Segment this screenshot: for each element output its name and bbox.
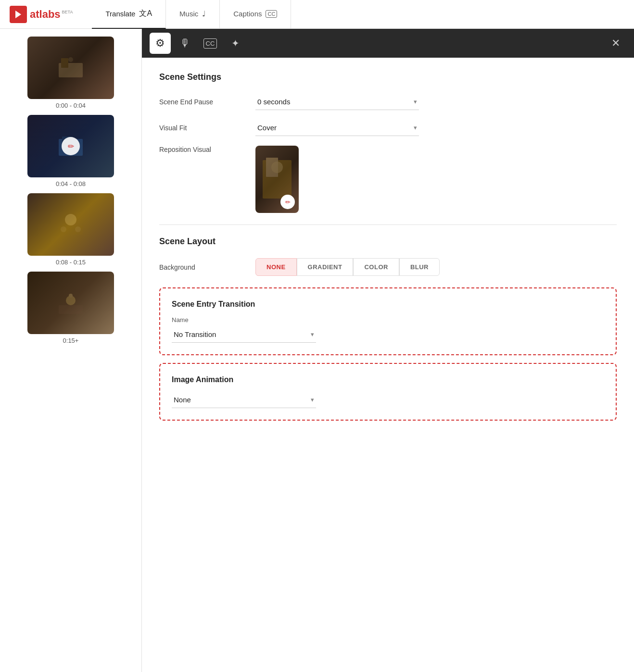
scene-time-1: 0:00 - 0:04 <box>56 102 86 109</box>
reposition-visual-row: Reposition Visual ✏ <box>159 146 617 213</box>
svg-point-12 <box>69 294 73 298</box>
scene-entry-transition-title: Scene Entry Transition <box>172 300 604 309</box>
scene-time-3: 0:08 - 0:15 <box>56 259 86 266</box>
bg-tab-none[interactable]: NONE <box>255 258 297 276</box>
scene-thumb-bg-1 <box>27 37 114 99</box>
toolbar-cc-button[interactable]: CC <box>200 33 221 54</box>
scene-item-3[interactable]: 0:08 - 0:15 <box>6 193 136 266</box>
background-label: Background <box>159 263 255 271</box>
scene-settings-title: Scene Settings <box>159 72 617 82</box>
microphone-icon: 🎙 <box>180 37 190 50</box>
logo: atlabsBETA <box>10 6 73 23</box>
settings-gear-icon: ⚙ <box>155 37 165 50</box>
captions-icon: CC <box>266 10 277 18</box>
translate-label: Translate <box>105 10 135 18</box>
scene-item-4[interactable]: 0:15+ <box>6 272 136 344</box>
svg-point-3 <box>68 57 73 62</box>
scene-thumb-3 <box>27 193 114 256</box>
panel: ⚙ 🎙 CC ✦ ✕ Scene Settings Scene End Paus… <box>142 29 634 672</box>
background-tabs-control: NONE GRADIENT COLOR BLUR <box>255 258 617 276</box>
scene-thumb-2: ✏ <box>27 115 114 177</box>
tab-translate[interactable]: Translate 文A <box>92 0 166 29</box>
scene-end-pause-select[interactable]: 0 seconds ▾ <box>255 94 419 110</box>
image-animation-select[interactable]: None ▾ <box>172 392 316 408</box>
visual-fit-label: Visual Fit <box>159 124 255 132</box>
bg-tab-gradient[interactable]: GRADIENT <box>297 258 354 276</box>
logo-arrow-icon <box>13 10 23 19</box>
image-animation-box: Image Animation None ▾ <box>159 363 617 421</box>
scene-thumb-bg-4 <box>27 272 114 334</box>
translate-icon: 文A <box>139 9 152 19</box>
logo-icon <box>10 6 27 23</box>
sidebar: 0:00 - 0:04 ✏ 0:04 - 0:08 <box>0 29 142 672</box>
svg-point-9 <box>75 226 81 232</box>
scene-entry-transition-box: Scene Entry Transition Name No Transitio… <box>159 287 617 355</box>
bg-tab-color-label: COLOR <box>364 263 388 271</box>
scene-end-pause-value: 0 seconds <box>257 98 290 106</box>
pencil-icon: ✏ <box>68 142 74 151</box>
svg-point-8 <box>61 226 66 232</box>
toolbar-magic-button[interactable]: ✦ <box>225 33 246 54</box>
scene-time-2: 0:04 - 0:08 <box>56 180 86 187</box>
scene-end-pause-row: Scene End Pause 0 seconds ▾ <box>159 94 617 110</box>
scene-time-4: 0:15+ <box>63 337 79 344</box>
scene-end-pause-label: Scene End Pause <box>159 98 255 106</box>
image-animation-arrow-icon: ▾ <box>311 396 314 403</box>
transition-name-label: Name <box>172 316 604 324</box>
top-nav: atlabsBETA Translate 文A Music ♩ Captions… <box>0 0 634 29</box>
closed-caption-icon: CC <box>203 38 217 49</box>
visual-fit-row: Visual Fit Cover ▾ <box>159 120 617 136</box>
tab-nav: Translate 文A Music ♩ Captions CC <box>92 0 291 29</box>
scene-item[interactable]: 0:00 - 0:04 <box>6 37 136 109</box>
close-icon: ✕ <box>611 37 620 50</box>
panel-toolbar: ⚙ 🎙 CC ✦ ✕ <box>142 29 634 58</box>
logo-text: atlabsBETA <box>30 8 73 21</box>
bg-tab-blur[interactable]: BLUR <box>399 258 440 276</box>
image-animation-title: Image Animation <box>172 375 604 384</box>
svg-rect-2 <box>61 58 68 68</box>
scene-end-pause-arrow-icon: ▾ <box>414 98 417 105</box>
scene-thumb-1 <box>27 37 114 99</box>
transition-name-row: Name No Transition ▾ <box>172 316 604 343</box>
bg-tab-color[interactable]: COLOR <box>353 258 399 276</box>
visual-fit-value: Cover <box>257 124 277 132</box>
divider-1 <box>159 224 617 225</box>
visual-fit-arrow-icon: ▾ <box>414 124 417 131</box>
panel-content: Scene Settings Scene End Pause 0 seconds… <box>142 58 634 443</box>
svg-point-15 <box>271 162 283 173</box>
reposition-edit-icon: ✏ <box>280 195 295 209</box>
music-label: Music <box>179 10 198 18</box>
reposition-visual-label: Reposition Visual <box>159 146 255 153</box>
toolbar-mic-button[interactable]: 🎙 <box>175 33 196 54</box>
tab-music[interactable]: Music ♩ <box>166 0 220 29</box>
bg-tab-blur-label: BLUR <box>410 263 429 271</box>
scene-2-edit-button[interactable]: ✏ <box>62 137 80 155</box>
reposition-thumb[interactable]: ✏ <box>255 146 299 213</box>
bg-tab-gradient-label: GRADIENT <box>308 263 342 271</box>
svg-rect-11 <box>59 305 83 314</box>
transition-name-select[interactable]: No Transition ▾ <box>172 326 316 343</box>
background-row: Background NONE GRADIENT COLOR BL <box>159 258 617 276</box>
music-icon: ♩ <box>202 9 206 18</box>
transition-name-value: No Transition <box>174 330 216 338</box>
visual-fit-control: Cover ▾ <box>255 120 617 136</box>
reposition-visual-control: ✏ <box>255 146 617 213</box>
toolbar-close-button[interactable]: ✕ <box>605 33 626 54</box>
reposition-pencil-icon: ✏ <box>285 199 291 206</box>
scene-layout-title: Scene Layout <box>159 236 617 247</box>
background-tabs: NONE GRADIENT COLOR BLUR <box>255 258 617 276</box>
toolbar-settings-button[interactable]: ⚙ <box>150 33 171 54</box>
bg-tab-none-label: NONE <box>266 263 286 271</box>
image-animation-value: None <box>174 396 191 404</box>
visual-fit-select[interactable]: Cover ▾ <box>255 120 419 136</box>
scene-thumb-bg-3 <box>27 193 114 256</box>
captions-label: Captions <box>233 10 262 18</box>
scene-2-edit-overlay: ✏ <box>27 115 114 177</box>
svg-marker-0 <box>15 11 21 18</box>
scene-thumb-4 <box>27 272 114 334</box>
svg-point-6 <box>65 214 76 225</box>
main-layout: 0:00 - 0:04 ✏ 0:04 - 0:08 <box>0 29 634 672</box>
tab-captions[interactable]: Captions CC <box>220 0 291 29</box>
scene-item-2[interactable]: ✏ 0:04 - 0:08 <box>6 115 136 187</box>
transition-name-arrow-icon: ▾ <box>311 331 314 338</box>
